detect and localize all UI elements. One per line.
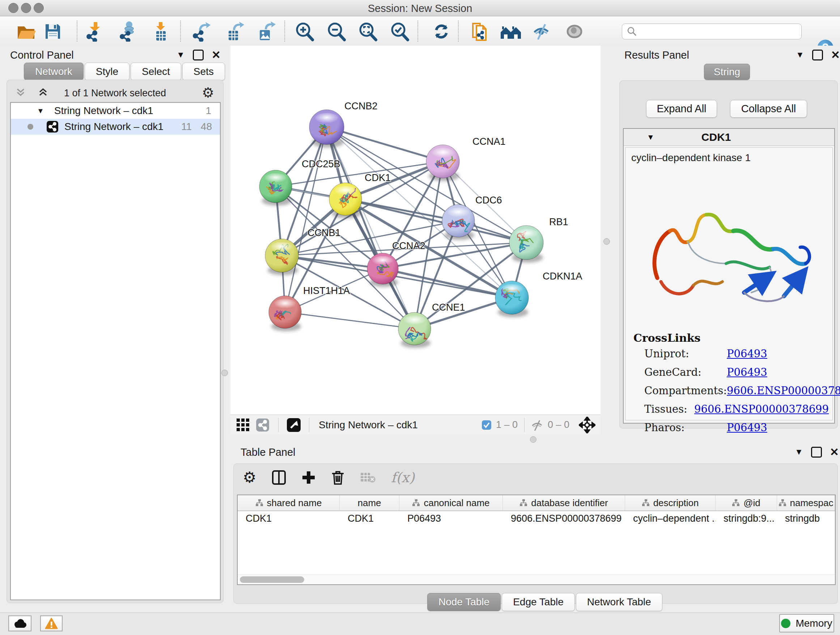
left-splitter-handle[interactable] [221, 370, 228, 376]
table-panel-close-icon[interactable]: ✕ [830, 446, 839, 458]
delete-column-icon[interactable] [331, 470, 345, 485]
column-header-canonical-name[interactable]: canonical name [399, 495, 503, 510]
column-header-database-identifier[interactable]: database identifier [503, 495, 625, 510]
node-table[interactable]: shared namenamecanonical namedatabase id… [237, 494, 836, 585]
tab-network-table[interactable]: Network Table [576, 593, 662, 611]
function-builder-icon[interactable]: f(x) [391, 470, 415, 486]
expand-all-button[interactable]: Expand All [646, 100, 717, 118]
control-panel-float-icon[interactable] [193, 50, 204, 60]
network-node-CCNE1[interactable] [398, 312, 431, 348]
control-panel-menu-icon[interactable]: ▼ [177, 50, 185, 60]
edge-HIST1H1A-CCNE1[interactable] [285, 312, 415, 329]
protein-card-header[interactable]: ▼ CDK1 [624, 129, 834, 146]
import-network-icon[interactable] [85, 21, 105, 42]
table-cell[interactable]: CDK1 [238, 511, 340, 526]
protein-collapse-icon[interactable]: ▼ [647, 133, 654, 141]
edge-CCNB2-CCNA1[interactable] [327, 127, 443, 162]
delete-table-icon[interactable] [360, 471, 376, 484]
table-cell[interactable]: P06493 [399, 511, 503, 526]
network-node-CDC6[interactable] [442, 204, 475, 240]
network-node-CCNB1[interactable] [265, 239, 298, 275]
column-header-shared-name[interactable]: shared name [238, 495, 340, 510]
table-cell[interactable]: cyclin–dependent ... [625, 511, 715, 526]
search-input[interactable] [638, 26, 791, 38]
network-node-CCNB2[interactable] [309, 110, 344, 148]
edge-CCNA1-CDC25B[interactable] [276, 162, 443, 187]
tab-select[interactable]: Select [131, 63, 181, 80]
column-header-description[interactable]: description [625, 495, 715, 510]
tab-sets[interactable]: Sets [182, 63, 225, 80]
save-session-icon[interactable] [43, 21, 63, 42]
export-network-icon[interactable] [191, 21, 211, 42]
pan-move-icon[interactable] [579, 417, 595, 433]
crosslink-value[interactable]: 9606.ENSP00000378699 [694, 403, 829, 415]
tab-network[interactable]: Network [24, 63, 84, 80]
network-node-CDKN1A[interactable] [495, 281, 529, 317]
selected-checkbox-icon[interactable] [482, 420, 492, 430]
table-panel-menu-icon[interactable]: ▼ [795, 447, 803, 457]
import-database-icon[interactable] [117, 21, 137, 42]
table-cell[interactable]: 9606.ENSP00000378699 [503, 511, 625, 526]
network-node-CCNA2[interactable] [367, 253, 398, 287]
column-header-name[interactable]: name [340, 495, 399, 510]
network-node-CDC25B[interactable] [259, 170, 292, 206]
table-row[interactable]: CDK1CDK1P064939606.ENSP00000378699cyclin… [238, 511, 835, 526]
network-view-icon[interactable] [256, 418, 270, 432]
show-columns-icon[interactable] [272, 470, 286, 485]
grid-view-icon[interactable] [235, 417, 251, 432]
refresh-icon[interactable] [431, 21, 452, 42]
network-node-CDK1[interactable] [329, 183, 362, 218]
zoom-selected-icon[interactable] [390, 21, 410, 42]
create-column-icon[interactable] [302, 470, 316, 485]
table-panel-float-icon[interactable] [811, 447, 822, 458]
zoom-out-icon[interactable] [326, 21, 347, 42]
table-cell[interactable]: stringdb:9... [715, 511, 777, 526]
hide-panel-eye-slash-icon[interactable] [531, 21, 552, 42]
document-network-icon[interactable] [470, 21, 490, 42]
right-splitter-handle[interactable] [603, 238, 610, 245]
export-table-icon[interactable] [224, 21, 245, 42]
zoom-fit-icon[interactable] [358, 21, 378, 42]
results-panel-menu-icon[interactable]: ▼ [796, 50, 804, 60]
network-graph[interactable]: CCNB2CCNA1CDC25BCDK1CDC6RB1CCNB1CCNA2CDK… [231, 46, 600, 415]
birds-eye-view-icon[interactable] [286, 418, 301, 432]
table-scrollbar-thumb[interactable] [240, 576, 304, 583]
horizontal-splitter[interactable] [231, 434, 600, 443]
zoom-in-icon[interactable] [294, 21, 315, 42]
network-collection-row[interactable]: ▼ String Network – cdk1 1 [11, 103, 220, 119]
string-home-icon[interactable] [500, 21, 520, 42]
column-header-namespac[interactable]: namespac [777, 495, 835, 510]
network-options-gear-icon[interactable]: ⚙ [202, 85, 214, 101]
table-options-gear-icon[interactable]: ⚙ [243, 469, 256, 486]
table-horizontal-scrollbar[interactable] [238, 575, 835, 584]
show-panel-eye-icon[interactable] [564, 21, 584, 42]
crosslink-value[interactable]: 9606.ENSP00000378699 [727, 385, 840, 397]
network-row-selected[interactable]: String Network – cdk1 11 48 [11, 119, 220, 135]
crosslink-value[interactable]: P06493 [727, 421, 767, 434]
network-canvas[interactable]: CCNB2CCNA1CDC25BCDK1CDC6RB1CCNB1CCNA2CDK… [231, 46, 600, 415]
import-table-icon[interactable] [150, 21, 171, 42]
open-session-icon[interactable] [16, 21, 36, 42]
results-panel-float-icon[interactable] [812, 50, 823, 60]
tab-edge-table[interactable]: Edge Table [502, 593, 575, 611]
edge-CCNA2-CDKN1A[interactable] [383, 269, 512, 298]
collapse-all-button[interactable]: Collapse All [730, 100, 807, 118]
network-node-HIST1H1A[interactable] [269, 296, 302, 331]
crosslink-value[interactable]: P06493 [727, 366, 767, 378]
hidden-eye-icon[interactable] [531, 419, 544, 431]
tab-string[interactable]: String [704, 64, 750, 80]
tree-collapse-icon[interactable]: ▼ [37, 107, 44, 115]
right-splitter[interactable] [600, 46, 617, 443]
crosslink-value[interactable]: P06493 [727, 348, 767, 360]
memory-button[interactable]: Memory [779, 614, 834, 632]
table-cell[interactable]: stringdb [777, 511, 835, 526]
horizontal-splitter-handle[interactable] [530, 436, 537, 443]
table-cell[interactable]: CDK1 [340, 511, 399, 526]
tab-style[interactable]: Style [85, 63, 129, 80]
column-header-@id[interactable]: @id [715, 495, 777, 510]
tab-node-table[interactable]: Node Table [427, 593, 501, 611]
cloud-status-button[interactable] [8, 616, 32, 631]
search-box[interactable] [622, 24, 802, 40]
control-panel-close-icon[interactable]: ✕ [212, 49, 221, 61]
warning-status-button[interactable] [40, 616, 63, 631]
